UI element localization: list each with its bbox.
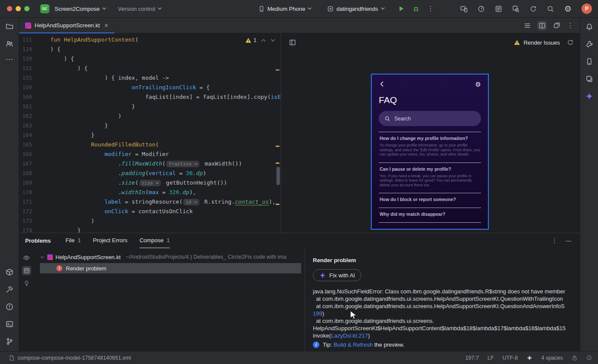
- profiler-icon[interactable]: [478, 5, 485, 13]
- code-line[interactable]: 163}: [19, 122, 281, 132]
- inspection-widget[interactable]: 1: [245, 37, 276, 43]
- code-line[interactable]: 170.widthIn(max = 320.dp),: [19, 189, 281, 198]
- code-line[interactable]: 166modifier = Modifier: [19, 151, 281, 160]
- code-line[interactable]: 160faqList[index] = faqList[index].copy(…: [19, 94, 281, 103]
- code-line[interactable]: 111fun HelpAndSupportContent(: [19, 36, 281, 46]
- render-issues-label[interactable]: Render Issues: [523, 39, 560, 46]
- warning-stripe-mark[interactable]: [276, 204, 280, 205]
- code-line[interactable]: 124) {: [19, 46, 281, 55]
- previous-issue-icon[interactable]: [261, 38, 266, 43]
- split-preview-toggle[interactable]: [537, 21, 547, 30]
- build-refresh-icon[interactable]: [567, 39, 574, 46]
- device-mirroring-icon[interactable]: [460, 5, 468, 13]
- version-control-menu[interactable]: Version control: [118, 6, 162, 12]
- code-line[interactable]: 130) {: [19, 55, 281, 65]
- run-button[interactable]: [398, 5, 405, 12]
- faq-item[interactable]: How do I change my profile information?T…: [379, 132, 481, 162]
- code-line[interactable]: 172onClick = contactUsOnClick: [19, 208, 281, 218]
- panel-options-icon[interactable]: ⋮: [551, 237, 558, 244]
- running-devices-icon[interactable]: [585, 75, 593, 83]
- faq-item[interactable]: How do I block or report someone?: [379, 193, 481, 208]
- tree-file-row[interactable]: HelpAndSupportScreen.kt ~/AndroidStudioP…: [34, 252, 305, 262]
- search-icon[interactable]: [547, 5, 554, 13]
- code-line[interactable]: 161}: [19, 103, 281, 113]
- code-line[interactable]: 165RoundedFilledButton(: [19, 141, 281, 151]
- gemini-icon[interactable]: [585, 92, 593, 100]
- status-indicator-icon[interactable]: [586, 355, 592, 361]
- ai-status-icon[interactable]: [526, 355, 533, 361]
- zoom-window-button[interactable]: [24, 6, 29, 11]
- code-editor[interactable]: 111fun HelpAndSupportContent(124) {130) …: [19, 33, 281, 233]
- stack-trace-link[interactable]: LazyDsl.kt:217: [331, 332, 368, 339]
- faq-search-bar[interactable]: Search: [379, 111, 481, 126]
- code-line[interactable]: 168.padding(vertical = 36.dp): [19, 170, 281, 179]
- warning-stripe-mark[interactable]: [276, 146, 280, 147]
- problems-icon[interactable]: [6, 303, 13, 311]
- next-issue-icon[interactable]: [270, 38, 276, 43]
- tab-options-icon[interactable]: ⋮: [567, 22, 574, 29]
- tree-issue-row-selected[interactable]: Render problem: [40, 263, 301, 273]
- device-manager-icon[interactable]: [585, 58, 593, 65]
- detach-preview-icon[interactable]: [553, 22, 560, 29]
- code-line[interactable]: 151) {: [19, 65, 281, 75]
- line-ending[interactable]: LF: [488, 355, 494, 361]
- tab-file[interactable]: File 1: [65, 233, 81, 248]
- view-options-eye-icon[interactable]: [23, 254, 30, 261]
- app-inspection-icon[interactable]: [512, 5, 520, 13]
- project-selector[interactable]: Screen2Compose: [55, 6, 106, 12]
- logcat-icon[interactable]: [495, 5, 502, 13]
- quick-fix-bulb-icon[interactable]: [23, 280, 30, 286]
- close-window-button[interactable]: [7, 6, 12, 11]
- preview-device-frame[interactable]: ⚙ FAQ Search How do I change my profile …: [371, 74, 489, 230]
- settings-gear-icon[interactable]: ⚙: [475, 81, 481, 88]
- code-line[interactable]: 159onTrailingIconClick = {: [19, 84, 281, 94]
- minimize-window-button[interactable]: [16, 6, 21, 11]
- terminal-icon[interactable]: [6, 320, 13, 328]
- code-line[interactable]: 162): [19, 113, 281, 122]
- tab-project-errors[interactable]: Project Errors: [93, 233, 127, 248]
- build-icon[interactable]: [6, 286, 13, 293]
- collaboration-icon[interactable]: [6, 40, 13, 48]
- error-stripe-mark[interactable]: [276, 69, 280, 71]
- notifications-icon[interactable]: [585, 23, 593, 31]
- project-tool-icon[interactable]: [6, 23, 13, 30]
- fix-with-ai-button[interactable]: Fix with AI: [313, 269, 361, 281]
- code-line[interactable]: 169.size(size = getButtonHeight()): [19, 179, 281, 189]
- build-refresh-link[interactable]: Build & Refresh: [334, 341, 373, 348]
- file-encoding[interactable]: UTF-8: [503, 355, 518, 361]
- code-line[interactable]: 174}: [19, 227, 281, 233]
- problems-panel-title[interactable]: Problems: [25, 237, 51, 244]
- code-line[interactable]: 167.fillMaxWidth(fraction = maxWidth()): [19, 160, 281, 170]
- gradle-icon[interactable]: [585, 40, 593, 48]
- editor-list-icon[interactable]: [524, 22, 531, 29]
- stack-trace-link[interactable]: 199: [313, 310, 322, 317]
- editor-tab[interactable]: HelpAndSupportScreen.kt ✕: [19, 18, 114, 33]
- debug-button[interactable]: [413, 5, 419, 12]
- code-line[interactable]: 155) { index, model ->: [19, 75, 281, 84]
- avatar[interactable]: P: [582, 3, 592, 14]
- device-selector[interactable]: Medium Phone: [258, 6, 312, 12]
- code-line[interactable]: 171label = stringResource(id = R.string.…: [19, 198, 281, 208]
- close-tab-icon[interactable]: ✕: [104, 23, 108, 29]
- indent-setting[interactable]: 4 spaces: [541, 355, 563, 361]
- status-file[interactable]: compose-compose-model-1758748140651.xml: [9, 355, 131, 361]
- caret-position[interactable]: 197:7: [465, 355, 479, 361]
- preview-layout-icon[interactable]: [289, 39, 296, 46]
- code-line[interactable]: 173): [19, 218, 281, 227]
- run-configuration-selector[interactable]: datingandfriends: [327, 6, 384, 12]
- back-icon[interactable]: [379, 81, 386, 88]
- more-actions-button[interactable]: ⋮: [427, 5, 434, 12]
- code-line[interactable]: 164}: [19, 132, 281, 141]
- version-control-icon[interactable]: [6, 338, 13, 345]
- warning-stripe-mark[interactable]: [276, 162, 280, 164]
- faq-item[interactable]: Can I pause or delete my profile?Yes. If…: [379, 162, 481, 193]
- dependencies-icon[interactable]: [6, 268, 13, 276]
- hide-panel-icon[interactable]: —: [566, 237, 571, 244]
- lock-icon[interactable]: [572, 355, 578, 361]
- preview-editor-toggle[interactable]: [22, 266, 31, 275]
- editor-scrollbar[interactable]: [276, 167, 280, 185]
- gradle-sync-icon[interactable]: [530, 5, 537, 13]
- chevron-down-icon[interactable]: [40, 255, 45, 260]
- more-tools-icon[interactable]: ⋯: [6, 57, 13, 62]
- settings-gear-icon[interactable]: ⚙: [564, 5, 572, 13]
